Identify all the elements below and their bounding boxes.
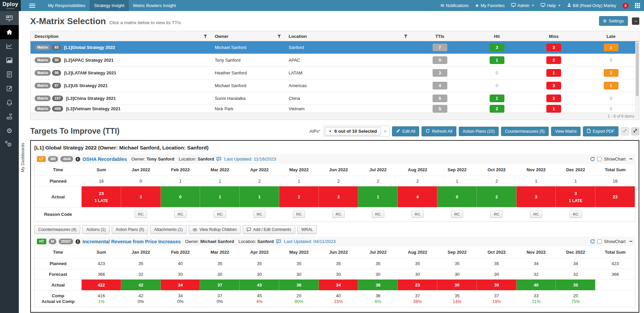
notification-count-badge[interactable]: 0: [623, 3, 629, 9]
view-matrix-button[interactable]: View Matrix: [551, 127, 581, 136]
collapse-tti-icon[interactable]: −: [629, 239, 633, 244]
xmatrix-vertical-scrollbar[interactable]: [635, 42, 639, 112]
clear-selection-icon[interactable]: ×: [384, 129, 387, 134]
collapse-tti-icon[interactable]: −: [629, 156, 633, 162]
tti-name-link[interactable]: OSHA Recordables: [83, 156, 127, 162]
comment-icon: [216, 157, 221, 161]
actual-value: 30: [455, 283, 459, 288]
bowler-cell: 0: [121, 176, 161, 186]
actions-1-button[interactable]: Actions (1): [82, 225, 109, 234]
user-icon: [567, 3, 571, 8]
bowler-variance-cell: 0%: [161, 299, 200, 307]
notifications-bell-icon[interactable]: [0, 96, 19, 110]
settings-gear-icon[interactable]: ⚙: [0, 124, 19, 138]
info-icon[interactable]: i: [76, 157, 80, 162]
report-document-icon[interactable]: [0, 67, 19, 81]
reason-code-button[interactable]: RC: [530, 210, 542, 218]
bowler-actual-cell: 42: [121, 279, 161, 290]
settings-button[interactable]: ⚙ Settings: [599, 16, 628, 26]
column-header-label: Hit: [494, 34, 500, 39]
admin-menu[interactable]: Admin ▼: [511, 3, 534, 8]
reason-code-button[interactable]: RC: [569, 210, 582, 218]
admin-gears-icon[interactable]: ⚙⚙: [0, 138, 19, 152]
bowler-cell: 45: [240, 290, 279, 299]
my-favorites-link[interactable]: ★ My Favorites: [475, 3, 505, 8]
info-icon[interactable]: i: [76, 239, 80, 244]
bowler-rc-cell: RC: [398, 207, 437, 222]
reason-code-button[interactable]: RC: [451, 210, 463, 218]
expand-panel-button[interactable]: [631, 127, 639, 135]
filter-icon[interactable]: [404, 34, 408, 38]
device-router-icon[interactable]: [0, 110, 19, 124]
home-icon[interactable]: [0, 25, 19, 39]
help-menu[interactable]: Help ▼: [541, 3, 561, 8]
countermeasures-4-button[interactable]: Countermeasures (4): [34, 225, 80, 234]
export-pdf-button[interactable]: Export PDF: [583, 126, 618, 136]
reason-code-button[interactable]: RC: [135, 210, 147, 218]
matrix-row[interactable]: Matrix99[L2]APAC Strategy 2021Tony Sanfo…: [31, 54, 639, 67]
tti-type-badge: 4646: [60, 156, 73, 162]
reason-code-button[interactable]: RC: [293, 210, 305, 218]
reason-code-button[interactable]: RC: [332, 210, 345, 218]
view-rollup-children-button[interactable]: View Rollup Children: [189, 225, 241, 234]
show-chart-checkbox[interactable]: [597, 239, 602, 244]
app-logo[interactable]: Dploy solutions: [0, 0, 21, 11]
matrix-hit-cell: 2: [468, 105, 525, 113]
refresh-icon[interactable]: [590, 239, 595, 244]
matrix-row[interactable]: Matrix98[L2]LATAM Strategy 2021Heather S…: [31, 67, 639, 79]
wral-button[interactable]: WRAL: [297, 225, 317, 234]
matrix-row[interactable]: Matrix197[L3]China Strategy 2021Sunni Ha…: [31, 92, 639, 105]
reason-code-button[interactable]: RC: [214, 210, 226, 218]
actual-value: 2: [495, 194, 498, 199]
nav-item-strategy-insight[interactable]: Strategy Insight: [90, 0, 129, 11]
nav-item-my-responsibilities[interactable]: My Responsibilities: [44, 0, 90, 11]
edit-all-button[interactable]: Edit All: [392, 126, 419, 136]
bowler-cell: 37: [477, 290, 516, 299]
shrink-panel-button[interactable]: [621, 127, 629, 135]
action-plans-5-button[interactable]: Action Plans (5): [112, 225, 148, 234]
collapse-section-button[interactable]: −: [632, 17, 639, 25]
hamburger-menu-icon[interactable]: [26, 0, 39, 11]
notifications-link[interactable]: ✉ Notifications: [441, 3, 469, 8]
app-grid-icon[interactable]: [635, 3, 640, 8]
show-chart-label: ShowChart: [604, 239, 626, 244]
countermeasures-button[interactable]: Countermeasures (5): [501, 127, 549, 136]
aips-dropdown-toggle[interactable]: ▼ 6 out of 10 Selected: [325, 127, 381, 135]
attachments-1-button[interactable]: Attachments (1): [150, 225, 187, 234]
bowler-variance-cell: 21%: [516, 299, 556, 307]
bowler-actual-cell: 231 LATE: [82, 186, 121, 207]
actual-value: 30: [494, 283, 499, 288]
filter-icon[interactable]: [277, 34, 281, 38]
line-chart-icon[interactable]: [0, 39, 19, 53]
last-updated-link[interactable]: Last Updated: 11/16/2023: [224, 156, 276, 162]
scrollbar-thumb[interactable]: [636, 43, 639, 96]
reason-code-button[interactable]: RC: [490, 210, 503, 218]
filter-icon[interactable]: [203, 34, 207, 38]
xmatrix-table: DescriptionOwnerLocationTTIsHitMissLate …: [30, 31, 639, 120]
matrix-row[interactable]: Matrix408[L3]Vietnam Strategy 2021Nick P…: [31, 105, 639, 113]
matrix-miss-cell: 3: [525, 44, 582, 51]
user-menu[interactable]: Bill (Read-Only) Marley: [567, 3, 616, 8]
last-updated-link[interactable]: Last Updated: 04/11/2023: [284, 239, 336, 244]
tti-name-link[interactable]: Incremental Revenue from Price Increases: [83, 239, 181, 244]
refresh-all-button[interactable]: Refresh All: [422, 126, 456, 136]
refresh-icon[interactable]: [590, 156, 595, 162]
show-chart-checkbox[interactable]: [597, 157, 602, 161]
area-chart-icon[interactable]: [0, 53, 19, 67]
tti-type-badge: LT: [37, 156, 46, 162]
reason-code-button[interactable]: RC: [372, 210, 384, 218]
my-dashboards-collapsed-tab[interactable]: My Dashboards: [19, 135, 26, 180]
action-plans-button[interactable]: Action Plans (10): [459, 127, 499, 136]
bowler-cell: 32: [516, 269, 556, 279]
reason-code-button[interactable]: RC: [174, 210, 187, 218]
matrix-row[interactable]: Matrix97[L2]US Strategy 2021Michael Sanf…: [31, 79, 639, 92]
bowler-actual-cell: 23: [595, 186, 635, 207]
dashboards-monitor-icon[interactable]: [0, 11, 19, 25]
miss-count-badge: 1: [546, 105, 561, 113]
matrix-row[interactable]: Matrix83[L1]Global Strategy 2022Michael …: [31, 41, 639, 54]
reason-code-button[interactable]: RC: [253, 210, 266, 218]
edit-icon[interactable]: [0, 81, 19, 96]
nav-item-metric-bowlers-insight[interactable]: Metric Bowlers Insight: [129, 0, 180, 11]
reason-code-button[interactable]: RC: [411, 210, 424, 218]
add-edit-comments-button[interactable]: Add / Edit Comments: [243, 225, 295, 234]
